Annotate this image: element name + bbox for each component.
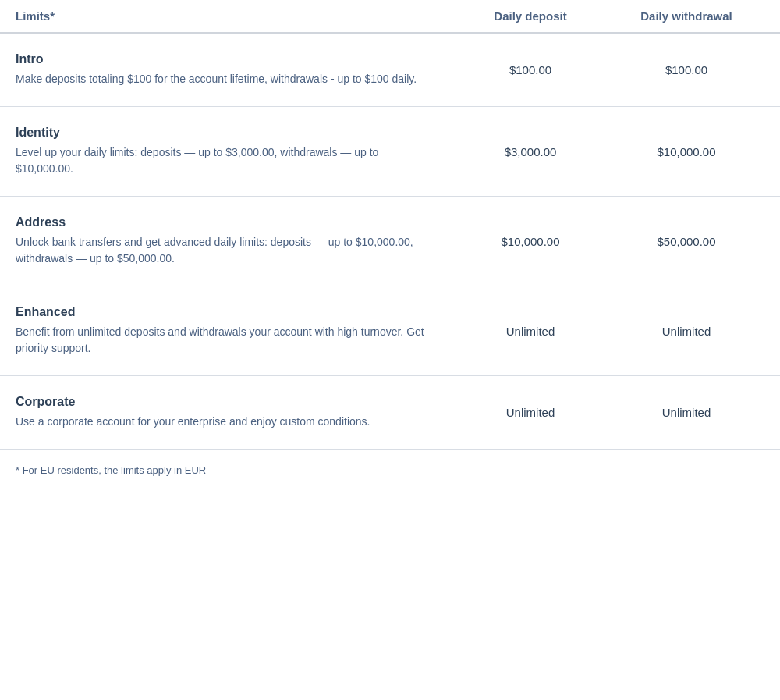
row-address: Address Unlock bank transfers and get ad… bbox=[0, 197, 780, 286]
row-address-description: Unlock bank transfers and get advanced d… bbox=[16, 234, 429, 267]
row-intro: Intro Make deposits totaling $100 for th… bbox=[0, 34, 780, 107]
row-enhanced-withdrawal: Unlimited bbox=[608, 325, 764, 338]
row-address-withdrawal: $50,000.00 bbox=[608, 235, 764, 248]
row-identity-info: Identity Level up your daily limits: dep… bbox=[16, 126, 452, 177]
row-address-title: Address bbox=[16, 215, 429, 229]
row-intro-title: Intro bbox=[16, 52, 429, 66]
row-address-info: Address Unlock bank transfers and get ad… bbox=[16, 215, 452, 267]
row-corporate-title: Corporate bbox=[16, 395, 429, 409]
col-withdrawal-header: Daily withdrawal bbox=[608, 9, 764, 23]
row-intro-description: Make deposits totaling $100 for the acco… bbox=[16, 71, 429, 87]
row-identity: Identity Level up your daily limits: dep… bbox=[0, 107, 780, 197]
footer-note: * For EU residents, the limits apply in … bbox=[16, 464, 764, 476]
row-enhanced-description: Benefit from unlimited deposits and with… bbox=[16, 324, 429, 357]
row-identity-description: Level up your daily limits: deposits — u… bbox=[16, 144, 429, 177]
row-identity-withdrawal: $10,000.00 bbox=[608, 145, 764, 158]
row-intro-info: Intro Make deposits totaling $100 for th… bbox=[16, 52, 452, 87]
row-enhanced-deposit: Unlimited bbox=[452, 325, 608, 338]
row-corporate-withdrawal: Unlimited bbox=[608, 406, 764, 419]
row-identity-deposit: $3,000.00 bbox=[452, 145, 608, 158]
row-corporate-deposit: Unlimited bbox=[452, 406, 608, 419]
col-deposit-header: Daily deposit bbox=[452, 9, 608, 23]
col-limits-header: Limits* bbox=[16, 9, 452, 23]
row-corporate-info: Corporate Use a corporate account for yo… bbox=[16, 395, 452, 430]
row-intro-deposit: $100.00 bbox=[452, 63, 608, 76]
row-enhanced-info: Enhanced Benefit from unlimited deposits… bbox=[16, 305, 452, 357]
table-footer: * For EU residents, the limits apply in … bbox=[0, 449, 780, 490]
table-header: Limits* Daily deposit Daily withdrawal bbox=[0, 0, 780, 34]
row-corporate: Corporate Use a corporate account for yo… bbox=[0, 376, 780, 449]
row-enhanced-title: Enhanced bbox=[16, 305, 429, 319]
row-corporate-description: Use a corporate account for your enterpr… bbox=[16, 414, 429, 430]
row-identity-title: Identity bbox=[16, 126, 429, 140]
limits-table: Limits* Daily deposit Daily withdrawal I… bbox=[0, 0, 780, 700]
row-intro-withdrawal: $100.00 bbox=[608, 63, 764, 76]
row-address-deposit: $10,000.00 bbox=[452, 235, 608, 248]
row-enhanced: Enhanced Benefit from unlimited deposits… bbox=[0, 286, 780, 376]
